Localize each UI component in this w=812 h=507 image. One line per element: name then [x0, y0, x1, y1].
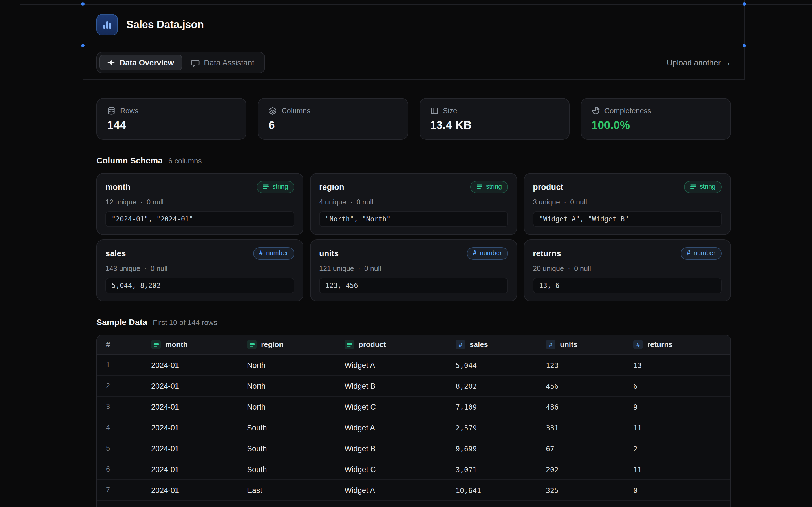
column-stats: 3 unique·0 null	[533, 198, 722, 206]
dot-separator: ·	[350, 198, 352, 206]
column-name: product	[533, 182, 563, 191]
frame-handle-dot	[81, 44, 85, 47]
app-window: Sales Data.json Data Overview	[0, 0, 812, 507]
table-header-row: # month region product #	[97, 335, 731, 355]
column-stats: 143 unique·0 null	[105, 265, 294, 272]
cell-returns: 9	[624, 396, 731, 417]
cell-region: South	[238, 438, 336, 459]
cell-month: 2024-01	[142, 480, 238, 501]
stat-value: 144	[107, 119, 236, 132]
dot-separator: ·	[564, 198, 566, 206]
column-name: sales	[105, 249, 126, 258]
cell-row-index: 5	[97, 438, 142, 459]
cell-sales: 9,699	[447, 438, 537, 459]
column-name: units	[319, 249, 339, 258]
dot-separator: ·	[144, 265, 147, 272]
cell-month: 2024-01	[142, 417, 238, 438]
cell-region: North	[238, 355, 336, 376]
table-row: 52024-01SouthWidget B9,699672	[97, 438, 731, 459]
cell-product: Widget B	[336, 501, 447, 507]
cell-units: 456	[537, 376, 624, 396]
table-row: 12024-01NorthWidget A5,04412313	[97, 355, 731, 376]
tab-data-overview[interactable]: Data Overview	[99, 55, 182, 70]
cell-product: Widget C	[336, 459, 447, 480]
lines-icon	[690, 184, 696, 190]
schema-card-product: product string 3 unique·0 null "Widget A…	[524, 173, 731, 235]
tab-data-assistant[interactable]: Data Assistant	[183, 55, 262, 70]
cell-sales: 5,044	[447, 355, 537, 376]
table-row: 72024-01EastWidget A10,6413250	[97, 480, 731, 501]
stat-value: 100.0%	[592, 119, 720, 132]
cell-sales: 8,202	[447, 376, 537, 396]
number-type-badge: # number	[467, 247, 508, 260]
cell-returns: 6	[624, 376, 731, 396]
sparkle-icon	[107, 59, 115, 66]
tab-label: Data Assistant	[204, 58, 254, 67]
dot-separator: ·	[140, 198, 143, 206]
cell-returns: 11	[624, 459, 731, 480]
cell-row-index: 6	[97, 459, 142, 480]
lines-icon	[476, 184, 483, 190]
cell-row-index: 4	[97, 417, 142, 438]
cell-month: 2024-01	[142, 376, 238, 396]
table-row: 82024-01EastWidget B7,3942183	[97, 501, 731, 507]
column-stats: 121 unique·0 null	[319, 265, 508, 272]
dot-separator: ·	[568, 265, 570, 272]
column-sample: "2024-01", "2024-01"	[105, 211, 294, 227]
frame-handle-dot	[81, 2, 85, 6]
column-stats: 20 unique·0 null	[533, 265, 722, 272]
hash-icon: #	[633, 340, 643, 349]
column-sample: "Widget A", "Widget B"	[533, 211, 722, 227]
stat-value: 13.4 KB	[430, 119, 559, 132]
cell-units: 325	[537, 480, 624, 501]
cell-sales: 7,109	[447, 396, 537, 417]
cell-region: North	[238, 396, 336, 417]
column-sample: 13, 6	[533, 277, 722, 293]
cell-product: Widget A	[336, 417, 447, 438]
table-row: 32024-01NorthWidget C7,1094869	[97, 396, 731, 417]
cell-month: 2024-01	[142, 501, 238, 507]
page-title: Sales Data.json	[126, 18, 204, 31]
hash-icon: #	[456, 340, 465, 349]
frame-line-left	[83, 0, 84, 80]
main-content: Rows 144 Columns	[83, 80, 744, 507]
stat-card-size: Size 13.4 KB	[419, 98, 569, 140]
cell-returns: 3	[624, 501, 731, 507]
cell-sales: 7,394	[447, 501, 537, 507]
dot-separator: ·	[358, 265, 360, 272]
frame-line-right	[744, 0, 745, 80]
schema-card-region: region string 4 unique·0 null "North", "…	[310, 173, 517, 235]
string-type-icon	[345, 340, 354, 349]
stat-card-completeness: Completeness 100.0%	[581, 98, 731, 140]
stat-value: 6	[269, 119, 398, 132]
upload-another-link[interactable]: Upload another →	[667, 58, 731, 67]
cell-row-index: 8	[97, 501, 142, 507]
cell-returns: 2	[624, 438, 731, 459]
hash-icon: #	[546, 340, 555, 349]
cell-sales: 2,579	[447, 417, 537, 438]
table-row: 62024-01SouthWidget C3,07120211	[97, 459, 731, 480]
string-type-icon	[247, 340, 257, 349]
file-header: Sales Data.json	[83, 0, 744, 46]
hash-icon: #	[473, 249, 476, 258]
tab-group: Data Overview Data Assistant	[96, 52, 265, 73]
database-icon	[107, 107, 116, 115]
stat-label: Rows	[120, 107, 139, 115]
schema-card-month: month string 12 unique·0 null "2024-01",…	[96, 173, 303, 235]
sample-data-heading: Sample Data First 10 of 144 rows	[96, 317, 731, 327]
column-schema-heading: Column Schema 6 columns	[96, 156, 731, 165]
schema-card-returns: returns # number 20 unique·0 null 13, 6	[524, 239, 731, 301]
stats-grid: Rows 144 Columns	[96, 98, 731, 140]
cell-units: 202	[537, 459, 624, 480]
header-cell-units: # units	[537, 335, 624, 355]
cell-region: East	[238, 480, 336, 501]
cell-region: North	[238, 376, 336, 396]
cell-product: Widget B	[336, 438, 447, 459]
stat-label: Completeness	[605, 107, 651, 115]
cell-units: 486	[537, 396, 624, 417]
cell-units: 67	[537, 438, 624, 459]
table-row: 22024-01NorthWidget B8,2024566	[97, 376, 731, 396]
cell-returns: 0	[624, 480, 731, 501]
section-subtitle: 6 columns	[168, 157, 202, 165]
column-sample: 123, 456	[319, 277, 508, 293]
